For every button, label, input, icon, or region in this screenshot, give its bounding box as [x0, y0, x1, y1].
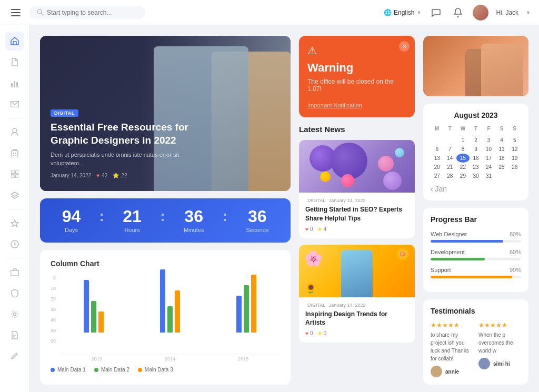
avatar[interactable]	[473, 5, 488, 21]
svg-rect-16	[13, 155, 14, 156]
cal-day-26[interactable]: 26	[508, 163, 521, 172]
chat-button[interactable]	[428, 5, 443, 20]
cal-day-2[interactable]: 2	[470, 136, 483, 145]
hamburger-icon[interactable]	[8, 5, 23, 20]
news-card-1-body: DIGITAL January 14, 2022 Getting Started…	[299, 193, 415, 238]
calendar-prev-button[interactable]: ‹ Jan	[431, 185, 447, 193]
sidebar-item-shield[interactable]	[5, 284, 24, 303]
testimonial-item-2: ★★★★★ When the p overcomes the world w s…	[478, 321, 521, 377]
left-column: DIGITAL Essential Free Resources for Gra…	[40, 36, 291, 385]
svg-rect-18	[11, 170, 14, 174]
cal-day-5[interactable]: 5	[508, 136, 521, 145]
cal-day-31[interactable]: 31	[482, 172, 495, 180]
progress-pct-webdesigner: 80%	[510, 231, 521, 237]
testimonial-2-author: simi hi	[478, 358, 521, 369]
cal-day-14[interactable]: 14	[444, 154, 457, 163]
progress-bar-fill-support	[431, 276, 512, 278]
calendar-nav: ‹ Jan	[431, 185, 521, 193]
cal-day-empty-1	[431, 136, 444, 145]
sidebar-item-star[interactable]	[5, 214, 24, 233]
cal-day-3[interactable]: 3	[482, 136, 495, 145]
svg-rect-9	[16, 82, 18, 87]
language-selector[interactable]: 🌐 English ▼	[384, 9, 421, 16]
bar-blue-3	[236, 296, 242, 333]
cal-day-13[interactable]: 13	[431, 154, 444, 163]
testimonials-card: Testimonials ★★★★★ to share my project i…	[423, 299, 528, 385]
sidebar-item-clock[interactable]	[5, 235, 24, 254]
news-card-2-title: Inspiring Design Trends for Artists	[305, 310, 408, 328]
cal-day-29[interactable]: 29	[456, 172, 470, 180]
chart-x-labels: 2013 2014 2015	[60, 356, 280, 361]
user-name-label[interactable]: Hi, Jack	[496, 9, 518, 16]
countdown-hours-label: Hours	[123, 227, 142, 233]
sidebar-item-briefcase[interactable]	[5, 263, 24, 282]
sidebar-item-files[interactable]	[5, 53, 24, 72]
sidebar-item-pen[interactable]	[5, 347, 24, 366]
testimonial-1-avatar	[431, 366, 442, 377]
bar-orange-3	[251, 275, 256, 333]
sidebar-item-grid[interactable]	[5, 165, 24, 184]
cal-day-11[interactable]: 11	[495, 145, 508, 154]
cal-day-24[interactable]: 24	[482, 163, 495, 172]
sidebar-item-document[interactable]	[5, 326, 24, 345]
sidebar-item-email[interactable]	[5, 95, 24, 114]
bar-orange-2	[175, 290, 180, 333]
cal-day-28[interactable]: 28	[444, 172, 457, 180]
cal-day-12[interactable]: 12	[508, 145, 521, 154]
sidebar-item-home[interactable]	[5, 32, 24, 51]
flower-icon-left: 🌸	[304, 250, 323, 267]
cal-day-27[interactable]: 27	[431, 172, 444, 180]
cal-day-9[interactable]: 9	[470, 145, 483, 154]
cal-day-17[interactable]: 17	[482, 154, 495, 163]
comment-icon-2: ★	[317, 330, 322, 336]
progress-item-webdesigner: Web Designer 80%	[431, 231, 521, 243]
cal-day-15[interactable]: 15	[456, 154, 470, 163]
cal-day-20[interactable]: 20	[431, 163, 444, 172]
cal-week-1: 1 2 3 4 5	[431, 136, 521, 145]
svg-rect-14	[13, 153, 14, 154]
cal-day-4[interactable]: 4	[495, 136, 508, 145]
svg-rect-0	[11, 9, 21, 10]
progress-title: Progress Bar	[431, 215, 521, 224]
hero-card: DIGITAL Essential Free Resources for Gra…	[40, 36, 291, 191]
ball-3	[378, 156, 394, 172]
cal-day-6[interactable]: 6	[431, 145, 444, 154]
news-card-1-title: Getting Started in SEO? Experts Share He…	[305, 205, 408, 223]
cal-day-7[interactable]: 7	[444, 145, 457, 154]
sidebar	[0, 25, 29, 392]
progress-bar-bg-dev	[431, 258, 521, 260]
cal-day-18[interactable]: 18	[495, 154, 508, 163]
testimonials-title: Testimonials	[431, 307, 521, 315]
notification-button[interactable]	[451, 5, 465, 20]
cal-day-23[interactable]: 23	[470, 163, 483, 172]
sidebar-item-settings[interactable]	[5, 305, 24, 324]
bar-green-2	[167, 306, 173, 333]
search-input[interactable]	[47, 9, 131, 16]
progress-item-webdesigner-header: Web Designer 80%	[431, 231, 521, 237]
sidebar-item-layers[interactable]	[5, 186, 24, 205]
news-card-1[interactable]: DIGITAL January 14, 2022 Getting Started…	[299, 140, 415, 238]
topnav-left	[8, 5, 377, 20]
warning-link[interactable]: Important Notification	[307, 102, 362, 108]
sidebar-item-user[interactable]	[5, 123, 24, 142]
testimonial-1-author: annie	[431, 366, 473, 377]
news-card-2[interactable]: 🌸 🌼 🌻 DIGITAL January 14, 2022 Inspiring…	[299, 245, 415, 343]
cal-day-8[interactable]: 8	[456, 145, 470, 154]
cal-day-25[interactable]: 25	[495, 163, 508, 172]
sidebar-item-building[interactable]	[5, 144, 24, 163]
cal-day-10[interactable]: 10	[482, 145, 495, 154]
cal-day-22[interactable]: 22	[456, 163, 470, 172]
cal-header-S2: S	[508, 125, 521, 133]
cal-day-21[interactable]: 21	[444, 163, 457, 172]
cal-day-16[interactable]: 16	[470, 154, 483, 163]
legend-label-3: Main Data 3	[145, 367, 173, 373]
cal-day-19[interactable]: 19	[508, 154, 521, 163]
legend-dot-3	[138, 368, 142, 372]
cal-day-1[interactable]: 1	[456, 136, 470, 145]
sidebar-item-chart[interactable]	[5, 74, 24, 93]
cal-header-T1: T	[444, 125, 457, 133]
warning-close-button[interactable]: ✕	[399, 41, 410, 52]
cal-day-30[interactable]: 30	[470, 172, 483, 180]
bar-orange-1	[98, 311, 104, 333]
cal-header-M: M	[431, 125, 444, 133]
